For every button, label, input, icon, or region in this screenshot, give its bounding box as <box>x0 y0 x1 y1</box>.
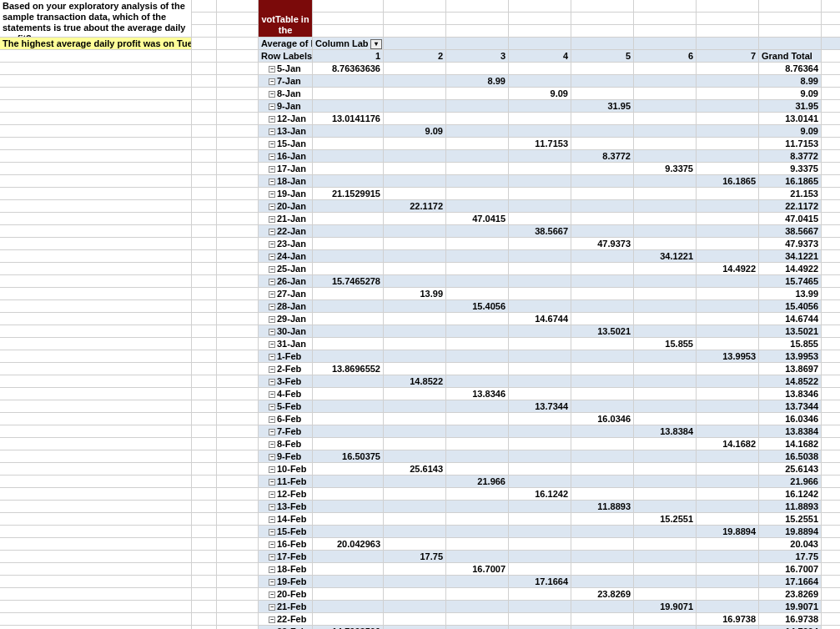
row-label[interactable]: −18-Feb <box>259 563 313 576</box>
collapse-icon[interactable]: − <box>269 516 275 523</box>
collapse-icon[interactable]: − <box>269 429 275 435</box>
collapse-icon[interactable]: − <box>269 479 275 486</box>
row-label[interactable]: −22-Feb <box>259 613 313 626</box>
row-label[interactable]: −13-Feb <box>259 501 313 513</box>
row-label[interactable]: −17-Feb <box>259 551 313 563</box>
row-label[interactable]: −24-Jan <box>259 250 313 263</box>
collapse-icon[interactable]: − <box>269 78 275 85</box>
row-label[interactable]: −7-Jan <box>259 75 313 88</box>
collapse-icon[interactable]: − <box>269 591 275 598</box>
row-label[interactable]: −14-Feb <box>259 513 313 526</box>
collapse-icon[interactable]: − <box>269 316 275 323</box>
data-cell <box>634 526 697 538</box>
filter-dropdown-icon[interactable]: ▾ <box>370 39 382 49</box>
row-label[interactable]: −28-Jan <box>259 300 313 313</box>
collapse-icon[interactable]: − <box>269 266 275 273</box>
row-label[interactable]: −20-Feb <box>259 588 313 601</box>
collapse-icon[interactable]: − <box>269 541 275 548</box>
collapse-icon[interactable]: − <box>269 153 275 160</box>
row-label[interactable]: −4-Feb <box>259 388 313 400</box>
collapse-icon[interactable]: − <box>269 254 275 260</box>
collapse-icon[interactable]: − <box>269 566 275 573</box>
row-label[interactable]: −25-Jan <box>259 263 313 275</box>
collapse-icon[interactable]: − <box>269 329 275 335</box>
collapse-icon[interactable]: − <box>269 116 275 123</box>
row-label[interactable]: −11-Feb <box>259 476 313 488</box>
row-label[interactable]: −26-Jan <box>259 275 313 288</box>
collapse-icon[interactable]: − <box>269 103 275 110</box>
collapse-icon[interactable]: − <box>269 466 275 473</box>
collapse-icon[interactable]: − <box>269 241 275 248</box>
row-label[interactable]: −23-Feb <box>259 626 313 629</box>
collapse-icon[interactable]: − <box>269 366 275 373</box>
collapse-icon[interactable]: − <box>269 341 275 348</box>
collapse-icon[interactable]: − <box>269 404 275 410</box>
row-label[interactable]: −9-Jan <box>259 100 313 113</box>
row-label[interactable]: −19-Jan <box>259 188 313 200</box>
row-label[interactable]: −12-Feb <box>259 488 313 501</box>
row-label[interactable]: −16-Feb <box>259 538 313 551</box>
row-label[interactable]: −7-Feb <box>259 425 313 438</box>
row-label[interactable]: −9-Feb <box>259 450 313 463</box>
row-label[interactable]: −31-Jan <box>259 338 313 350</box>
collapse-icon[interactable]: − <box>269 216 275 223</box>
row-label[interactable]: −15-Feb <box>259 526 313 538</box>
empty-cell <box>509 13 571 25</box>
collapse-icon[interactable]: − <box>269 491 275 498</box>
collapse-icon[interactable]: − <box>269 441 275 448</box>
collapse-icon[interactable]: − <box>269 416 275 423</box>
row-label[interactable]: −5-Jan <box>259 63 313 75</box>
row-label[interactable]: −13-Jan <box>259 125 313 138</box>
collapse-icon[interactable]: − <box>269 229 275 235</box>
row-label[interactable]: −30-Jan <box>259 325 313 338</box>
collapse-icon[interactable]: − <box>269 204 275 210</box>
row-label[interactable]: −10-Feb <box>259 463 313 476</box>
collapse-icon[interactable]: − <box>269 179 275 185</box>
row-label[interactable]: −15-Jan <box>259 138 313 150</box>
row-label[interactable]: −5-Feb <box>259 400 313 413</box>
data-cell <box>313 488 384 501</box>
collapse-icon[interactable]: − <box>269 604 275 611</box>
collapse-icon[interactable]: − <box>269 91 275 98</box>
data-cell <box>509 113 571 125</box>
collapse-icon[interactable]: − <box>269 279 275 285</box>
collapse-icon[interactable]: − <box>269 66 275 73</box>
collapse-icon[interactable]: − <box>269 291 275 298</box>
collapse-icon[interactable]: − <box>269 379 275 385</box>
collapse-icon[interactable]: − <box>269 128 275 135</box>
row-label[interactable]: −2-Feb <box>259 363 313 375</box>
row-label[interactable]: −8-Feb <box>259 438 313 450</box>
row-labels-header[interactable]: Row Labels▾ <box>259 50 313 63</box>
collapse-icon[interactable]: − <box>269 304 275 310</box>
row-label[interactable]: −18-Jan <box>259 175 313 188</box>
collapse-icon[interactable]: − <box>269 354 275 360</box>
row-label[interactable]: −6-Feb <box>259 413 313 425</box>
collapse-icon[interactable]: − <box>269 454 275 460</box>
row-label[interactable]: −17-Jan <box>259 163 313 175</box>
row-label[interactable]: −21-Feb <box>259 601 313 613</box>
row-label[interactable]: −1-Feb <box>259 350 313 363</box>
collapse-icon[interactable]: − <box>269 141 275 148</box>
row-label[interactable]: −19-Feb <box>259 576 313 588</box>
row-label[interactable]: −16-Jan <box>259 150 313 163</box>
row-label[interactable]: −27-Jan <box>259 288 313 300</box>
collapse-icon[interactable]: − <box>269 579 275 586</box>
row-label[interactable]: −8-Jan <box>259 88 313 100</box>
row-label[interactable]: −20-Jan <box>259 200 313 213</box>
collapse-icon[interactable]: − <box>269 166 275 173</box>
collapse-icon[interactable]: − <box>269 554 275 561</box>
pivot-cols-header[interactable]: Column Lab▾ <box>313 38 384 50</box>
row-label[interactable]: −12-Jan <box>259 113 313 125</box>
row-label[interactable]: −22-Jan <box>259 225 313 238</box>
data-cell <box>509 188 571 200</box>
row-label[interactable]: −3-Feb <box>259 375 313 388</box>
collapse-icon[interactable]: − <box>269 191 275 198</box>
row-label[interactable]: −21-Jan <box>259 213 313 225</box>
collapse-icon[interactable]: − <box>269 504 275 511</box>
row-label[interactable]: −23-Jan <box>259 238 313 250</box>
collapse-icon[interactable]: − <box>269 529 275 536</box>
collapse-icon[interactable]: − <box>269 391 275 398</box>
collapse-icon[interactable]: − <box>269 616 275 623</box>
empty-cell <box>822 250 840 263</box>
row-label[interactable]: −29-Jan <box>259 313 313 325</box>
